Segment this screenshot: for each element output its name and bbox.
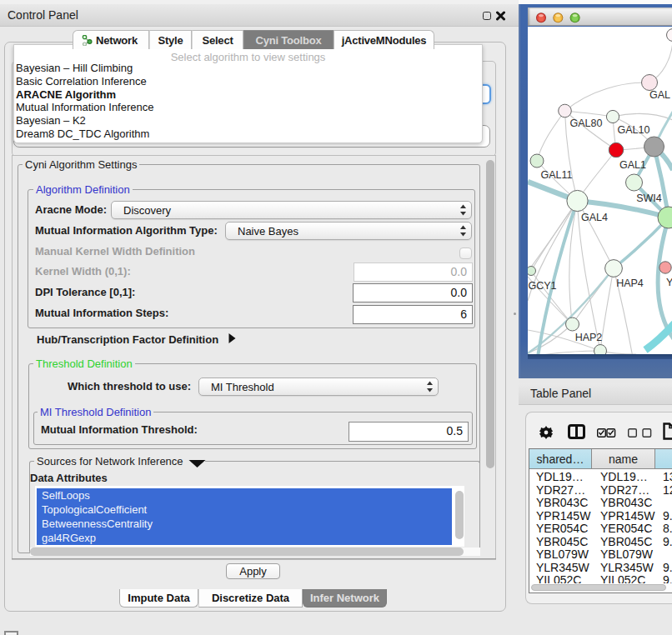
svg-text:GAL1: GAL1 xyxy=(619,159,646,171)
svg-text:HAP2: HAP2 xyxy=(575,332,603,343)
svg-text:GAL10: GAL10 xyxy=(618,124,650,136)
svg-text:Y: Y xyxy=(666,277,672,288)
svg-text:GAL: GAL xyxy=(649,89,670,101)
svg-text:GAL80: GAL80 xyxy=(570,118,603,129)
svg-text:HAP4: HAP4 xyxy=(616,278,644,289)
svg-text:GAL4: GAL4 xyxy=(581,212,608,223)
svg-text:SWI4: SWI4 xyxy=(636,192,662,204)
svg-text:GCY1: GCY1 xyxy=(528,280,556,292)
svg-text:GAL11: GAL11 xyxy=(541,169,573,181)
